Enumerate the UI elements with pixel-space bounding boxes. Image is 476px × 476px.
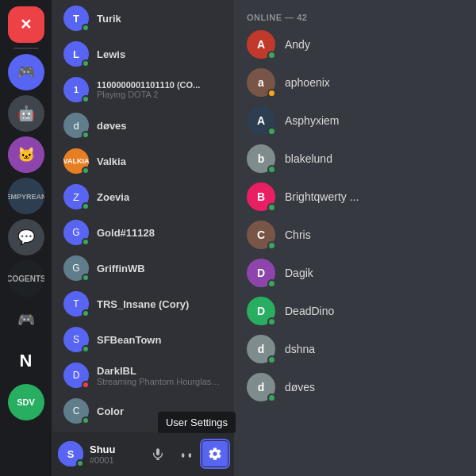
friend-game-1100: Playing DOTA 2: [97, 90, 200, 99]
friend-item-dark[interactable]: D DarkIBL Streaming Phantom Hourglass w: [56, 358, 230, 393]
online-member-blakelund[interactable]: b blakelund: [234, 140, 476, 178]
friend-avatar-sfbean: S: [63, 327, 89, 352]
friend-info-trs: TRS_Insane (Cory): [97, 298, 189, 310]
friend-item-zoevia[interactable]: Z Zoevia: [56, 179, 230, 214]
friend-item-trs[interactable]: T TRS_Insane (Cory): [56, 286, 230, 321]
status-dot-zoevia: [82, 202, 90, 210]
svg-text:S: S: [67, 448, 75, 460]
friend-avatar-color: C: [63, 398, 89, 424]
main-content: ONLINE — 42 A Andy a aphoenix A: [234, 0, 476, 476]
online-avatar-deaddino: D: [247, 297, 275, 325]
friend-item-doves[interactable]: d døves: [56, 108, 230, 143]
server-icon-bot[interactable]: 🤖: [8, 95, 44, 132]
n-label: N: [20, 351, 33, 371]
online-member-chris[interactable]: C Chris: [234, 216, 476, 254]
online-info-deaddino: DeadDino: [285, 305, 334, 317]
friend-item-turik[interactable]: T Turik: [56, 1, 230, 36]
friend-info-doves: døves: [97, 120, 127, 132]
online-avatar-doves-right: d: [247, 373, 275, 401]
status-dagik: [267, 279, 276, 288]
friend-avatar-dark: D: [63, 363, 89, 388]
gear-icon: [208, 447, 222, 461]
user-actions: User Settings: [145, 441, 228, 466]
online-info-asphyxiem: Asphyxiem: [285, 114, 339, 127]
friend-info-valkia: Valkia: [97, 155, 126, 167]
online-list: ONLINE — 42 A Andy a aphoenix A: [234, 0, 476, 476]
friend-avatar-turik: T: [63, 6, 89, 31]
online-avatar-dshna: d: [247, 335, 275, 363]
friend-item-lewis[interactable]: L Lewis: [56, 36, 230, 71]
settings-button[interactable]: User Settings: [202, 441, 228, 466]
online-section-header: ONLINE — 42: [234, 6, 476, 25]
headset-icon: [180, 447, 193, 460]
status-aphoenix: [267, 89, 276, 98]
status-andy: [267, 51, 276, 60]
online-member-dagik[interactable]: D Dagik: [234, 254, 476, 292]
friend-name-doves: døves: [97, 120, 127, 132]
online-info-dshna: dshna: [285, 343, 315, 355]
friend-info-zoevia: Zoevia: [97, 191, 129, 203]
friend-item-sfbean[interactable]: S SFBeanTown: [56, 322, 230, 357]
friend-avatar-lewis: L: [63, 41, 89, 67]
friend-info-1100: 1100000001101110 (CO... Playing DOTA 2: [97, 80, 200, 99]
status-dot-gold: [82, 238, 90, 246]
svg-text:EMPYREAN: EMPYREAN: [8, 193, 44, 201]
online-info-chris: Chris: [285, 228, 311, 241]
friend-name-sfbean: SFBeanTown: [97, 334, 161, 346]
friend-game-dark: Streaming Phantom Hourglass w: [97, 377, 222, 386]
svg-text:COGENTS: COGENTS: [8, 274, 44, 283]
server-icon-sdv[interactable]: SDV: [8, 384, 44, 420]
online-avatar-chris: C: [247, 221, 275, 249]
friend-avatar-valkia: VALKIA: [63, 148, 89, 174]
friend-avatar-trs: T: [63, 291, 89, 317]
friend-avatar-griffin: G: [63, 255, 89, 281]
online-avatar-brightqwerty: B: [247, 182, 275, 211]
friend-name-valkia: Valkia: [97, 155, 126, 167]
server-icon-1[interactable]: ✕: [8, 6, 44, 43]
online-member-asphyxiem[interactable]: A Asphyxiem: [234, 102, 476, 140]
friend-name-color: Color: [97, 405, 124, 417]
status-dshna: [267, 355, 276, 364]
status-dot-color: [82, 416, 90, 424]
user-area: S Shuu #0001: [52, 432, 234, 476]
server-icon-cogents[interactable]: COGENTS: [8, 260, 44, 297]
online-avatar-aphoenix: a: [247, 68, 275, 97]
online-member-aphoenix[interactable]: a aphoenix: [234, 63, 476, 102]
user-name: Shuu: [90, 443, 139, 455]
friend-name-trs: TRS_Insane (Cory): [97, 298, 189, 310]
chat-icon: 💬: [17, 228, 35, 246]
online-info-aphoenix: aphoenix: [285, 76, 330, 89]
bot-icon: 🤖: [17, 105, 35, 122]
online-avatar-asphyxiem: A: [247, 106, 275, 135]
friends-list: T Turik L Lewis 1 1100000001101110 (CO..…: [52, 0, 234, 432]
server-icon-chat[interactable]: 💬: [8, 219, 44, 255]
friend-item-valkia[interactable]: VALKIA Valkia: [56, 144, 230, 178]
friend-avatar-zoevia: Z: [63, 184, 89, 209]
friend-item-1100[interactable]: 1 1100000001101110 (CO... Playing DOTA 2: [56, 72, 230, 107]
server-icon-discord[interactable]: 🎮: [8, 54, 44, 90]
online-member-doves-right[interactable]: d døves: [234, 368, 476, 406]
online-member-brightqwerty[interactable]: B Brightqwerty ...: [234, 178, 476, 216]
online-info-doves-right: døves: [285, 381, 315, 393]
online-avatar-andy: A: [247, 30, 275, 59]
status-asphyxiem: [267, 127, 276, 136]
server-icon-cat[interactable]: 🐱: [8, 136, 44, 173]
mic-icon: [152, 447, 164, 460]
server-icon-label: ✕: [20, 16, 32, 33]
sdv-label: SDV: [17, 397, 35, 407]
online-member-deaddino[interactable]: D DeadDino: [234, 292, 476, 330]
friend-item-gold[interactable]: G Gold#11128: [56, 215, 230, 250]
server-icon-gaming[interactable]: 🎮: [8, 301, 44, 338]
server-icon-empyrean[interactable]: EMPYREAN: [8, 178, 44, 214]
online-member-andy[interactable]: A Andy: [234, 25, 476, 63]
online-info-dagik: Dagik: [285, 267, 313, 279]
status-dot-dark: [82, 381, 90, 389]
mic-button[interactable]: [145, 441, 171, 466]
server-icon-n[interactable]: N: [8, 343, 44, 379]
headset-button[interactable]: [174, 441, 199, 466]
friend-item-color[interactable]: C Color: [56, 393, 230, 428]
friend-item-griffin[interactable]: G GriffinWB: [56, 251, 230, 286]
status-dot-1100: [82, 95, 90, 103]
friend-avatar-1100: 1: [63, 77, 89, 102]
online-member-dshna[interactable]: d dshna: [234, 330, 476, 368]
